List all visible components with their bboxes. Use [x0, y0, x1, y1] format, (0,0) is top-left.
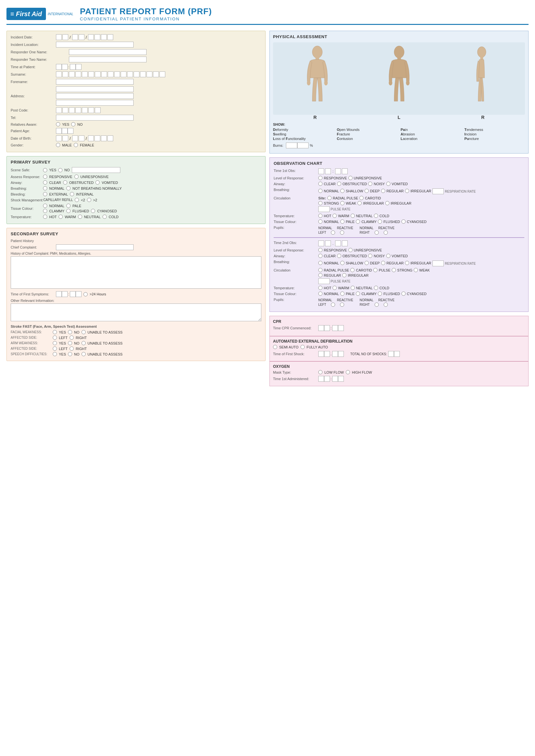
address-line1[interactable] — [56, 86, 134, 92]
airway-clear-radio[interactable] — [43, 180, 47, 185]
scene-safe-input[interactable] — [72, 167, 120, 173]
gender-male-radio[interactable] — [56, 143, 60, 147]
dob-field: / / — [56, 135, 113, 141]
time-h1[interactable] — [56, 64, 62, 70]
burns-input1[interactable] — [286, 143, 297, 148]
tissue-cyanosed-radio[interactable] — [91, 209, 95, 213]
chief-complaint-label: Chief Complaint: — [11, 245, 56, 249]
temperature-2-row: Temperature: HOT WARM NEUTRAL COLD — [274, 286, 524, 290]
facial-weakness-radio: YES NO UNABLE TO ASSESS — [53, 330, 123, 334]
date-m2[interactable] — [79, 34, 84, 40]
responder-two-input[interactable] — [69, 57, 147, 62]
shock-less2-radio[interactable] — [75, 198, 79, 202]
tissue-colour-options: NORMAL PALE CLAMMY FLUSHED CYANOSED — [43, 203, 117, 213]
airway-obstructed-radio[interactable] — [63, 180, 67, 185]
tissue-pale-radio[interactable] — [66, 203, 70, 208]
svg-point-6 — [388, 80, 392, 86]
history-label: History of Chief Complaint: PMH, Medicat… — [11, 252, 261, 255]
breathing-normal-radio[interactable] — [43, 186, 47, 190]
pulse-rate-2[interactable] — [318, 278, 330, 284]
side-body-svg — [462, 45, 500, 110]
arm-weakness-radio: YES NO UNABLE TO ASSESS — [53, 341, 123, 345]
tissue-clammy-radio[interactable] — [43, 209, 47, 213]
burns-input2[interactable] — [297, 143, 309, 148]
forename-input[interactable] — [56, 79, 134, 85]
pupils-right: NORMAL REACTIVE RIGHT — [360, 226, 395, 235]
hours24-radio-group: >24 Hours — [83, 292, 106, 296]
tel-input[interactable] — [56, 115, 134, 121]
incident-date-row: Incident Date: / / — [11, 34, 261, 40]
age-1[interactable] — [56, 128, 62, 134]
airway-vomited-radio[interactable] — [96, 180, 99, 185]
incident-location-input[interactable] — [56, 42, 134, 47]
relatives-no-label: NO — [77, 122, 83, 126]
breathing-not-normal-radio[interactable] — [66, 186, 70, 190]
time-h2[interactable] — [62, 64, 68, 70]
date-y3[interactable] — [101, 34, 107, 40]
hours24-radio[interactable] — [83, 292, 88, 296]
shock-more2-radio[interactable] — [87, 198, 91, 202]
address-line3[interactable] — [56, 100, 134, 106]
age-2[interactable] — [62, 128, 68, 134]
rlr-labels: R L R — [273, 115, 525, 120]
circulation-2-options: RADIAL PULSE CAROTID PULSE STRONG WEAK R… — [318, 268, 524, 284]
fully-auto-radio[interactable] — [300, 345, 305, 349]
other-info-textarea[interactable] — [11, 304, 261, 321]
svg-point-7 — [406, 80, 409, 86]
time-m1[interactable] — [70, 64, 76, 70]
temperature-1-options: HOT WARM NEUTRAL COLD — [318, 214, 524, 218]
scene-no-radio[interactable] — [58, 168, 62, 172]
date-y4[interactable] — [107, 34, 113, 40]
surname-label: Surname: — [11, 72, 56, 76]
back-body-svg — [380, 45, 419, 110]
relatives-no-radio[interactable] — [71, 122, 75, 126]
tissue-normal-radio[interactable] — [43, 203, 47, 208]
svg-point-2 — [307, 80, 310, 86]
tel-row: Tel: — [11, 115, 261, 121]
oxygen-title: OXYGEN — [273, 364, 525, 369]
semi-auto-radio[interactable] — [273, 345, 277, 349]
tissue-flushed-radio[interactable] — [66, 209, 70, 213]
temp-cold-radio[interactable] — [102, 215, 107, 219]
responder-one-input[interactable] — [69, 49, 147, 55]
circulation-1-row: Circulation Site: RADIAL PULSE CAROTID S… — [274, 196, 524, 212]
cpr-aed-oxy-group: CPR Time CPR Commenced: : AUTOMATED EXTE… — [269, 316, 528, 386]
resp-rate-1[interactable] — [433, 188, 444, 194]
show-laceration: Laceration — [401, 137, 461, 141]
time-m2[interactable] — [76, 64, 81, 70]
bleeding-internal-radio[interactable] — [70, 192, 74, 196]
high-flow-radio[interactable] — [346, 370, 350, 374]
date-d1[interactable] — [56, 34, 62, 40]
date-d2[interactable] — [62, 34, 68, 40]
assess-unresponsive-radio[interactable] — [74, 175, 79, 179]
address-line2[interactable] — [56, 93, 134, 99]
pupils-2-label: Pupils: — [274, 297, 316, 302]
relatives-yes-label: YES — [62, 122, 69, 126]
chief-complaint-input[interactable] — [56, 244, 134, 250]
temp-neutral-radio[interactable] — [78, 215, 82, 219]
resp-rate-2[interactable] — [433, 260, 444, 266]
history-textarea[interactable] — [11, 256, 261, 289]
scene-safe-label: Scene Safe: — [11, 168, 43, 172]
temp-hot-radio[interactable] — [43, 215, 47, 219]
airway-row-ps: Airway: CLEAR OBSTRUCTED VOMITED — [11, 180, 261, 185]
gender-female-radio[interactable] — [74, 143, 78, 147]
low-flow-radio[interactable] — [318, 370, 323, 374]
show-open-wounds: Open Wounds — [337, 128, 397, 132]
affected-side1-radio: LEFT RIGHT — [53, 336, 87, 340]
assess-responsive-radio[interactable] — [43, 175, 47, 179]
date-y1[interactable] — [88, 34, 94, 40]
date-y2[interactable] — [95, 34, 100, 40]
bleeding-label: Bleeding: — [11, 192, 43, 196]
pulse-rate-1[interactable] — [318, 206, 330, 212]
incident-location-label: Incident Location: — [11, 43, 56, 46]
tissue-colour-1-row: Tissue Colour: NORMAL PALE CLAMMY FLUSHE… — [274, 220, 524, 224]
age-3[interactable] — [68, 128, 73, 134]
temp-warm-radio[interactable] — [59, 215, 63, 219]
circulation-2-row: Circulation RADIAL PULSE CAROTID PULSE S… — [274, 268, 524, 284]
relatives-yes-radio[interactable] — [56, 122, 60, 126]
primary-survey-section: PRIMARY SURVEY Scene Safe: YES NO Assess… — [7, 156, 266, 224]
date-m1[interactable] — [72, 34, 78, 40]
bleeding-external-radio[interactable] — [43, 192, 47, 196]
scene-yes-radio[interactable] — [43, 168, 47, 172]
